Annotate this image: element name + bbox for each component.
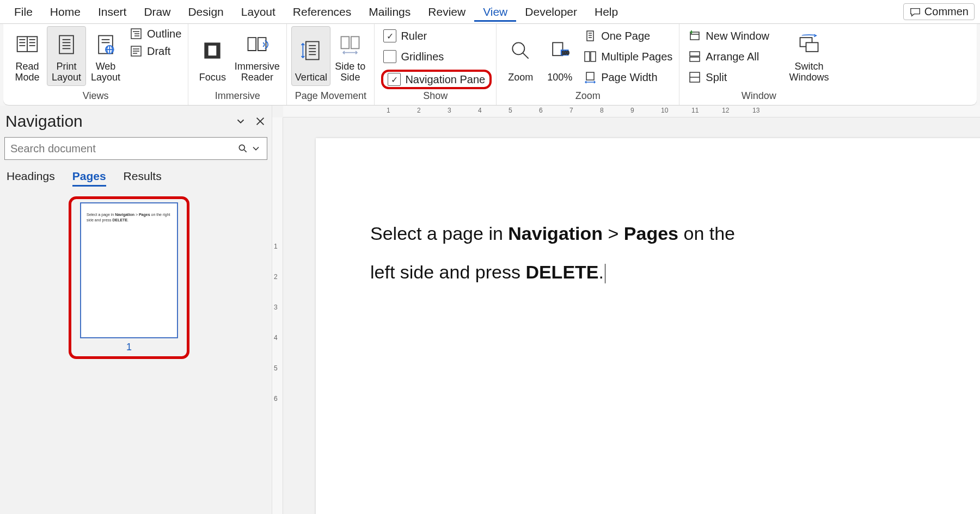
workspace: Navigation Headings Pages Results Select… (0, 106, 980, 514)
ruler-checkbox[interactable]: Ruler (381, 28, 492, 44)
tab-mailings[interactable]: Mailings (360, 2, 419, 22)
web-layout-button[interactable]: Web Layout (86, 26, 125, 86)
svg-point-34 (512, 42, 524, 54)
vertical-button[interactable]: Vertical (291, 26, 330, 86)
read-mode-button[interactable]: Read Mode (8, 26, 47, 86)
svg-point-59 (239, 145, 244, 150)
svg-text:100: 100 (562, 51, 569, 55)
print-layout-button[interactable]: Print Layout (47, 26, 86, 86)
tab-review[interactable]: Review (419, 2, 474, 22)
group-views: Read Mode Print Layout Web Layout Outlin… (3, 24, 188, 105)
web-layout-icon (94, 33, 118, 57)
svg-rect-49 (690, 57, 700, 61)
document-line-1: Select a page in Navigation > Pages on t… (370, 214, 980, 253)
new-window-button[interactable]: New Window (686, 28, 771, 44)
multiple-pages-button[interactable]: Multiple Pages (581, 49, 675, 64)
page-width-label: Page Width (601, 71, 657, 84)
outline-button[interactable]: Outline (127, 26, 183, 41)
immersive-reader-label: Immersive Reader (234, 61, 280, 83)
hundred-percent-button[interactable]: 100 100% (540, 26, 579, 86)
one-page-button[interactable]: One Page (581, 28, 675, 44)
tab-view[interactable]: View (474, 2, 516, 22)
immersive-reader-button[interactable]: Immersive Reader (232, 26, 282, 86)
split-button[interactable]: Split (686, 70, 771, 85)
split-label: Split (706, 71, 727, 84)
switch-windows-icon (797, 33, 821, 57)
horizontal-ruler[interactable]: 12345678910111213 (283, 106, 980, 117)
nav-tab-results[interactable]: Results (124, 170, 162, 187)
nav-tab-pages[interactable]: Pages (72, 170, 106, 187)
navigation-pane-checkbox[interactable]: Navigation Pane (381, 70, 492, 89)
split-icon (688, 71, 701, 84)
comments-button[interactable]: Commen (903, 3, 975, 20)
side-to-side-label: Side to Side (332, 61, 368, 83)
gridlines-check-icon (383, 50, 396, 63)
tab-developer[interactable]: Developer (516, 2, 586, 22)
svg-rect-44 (591, 52, 596, 61)
arrange-all-button[interactable]: Arrange All (686, 49, 771, 64)
tab-home[interactable]: Home (41, 2, 89, 22)
nav-tab-headings[interactable]: Headings (7, 170, 55, 187)
vertical-label: Vertical (295, 72, 327, 83)
focus-label: Focus (199, 72, 226, 83)
multiple-pages-label: Multiple Pages (601, 51, 672, 63)
web-layout-label: Web Layout (88, 61, 124, 83)
close-icon[interactable] (254, 115, 266, 127)
page-movement-group-label: Page Movement (291, 89, 370, 104)
draft-button[interactable]: Draft (127, 44, 183, 59)
one-page-label: One Page (601, 30, 650, 42)
menu-tabs: File Home Insert Draw Design Layout Refe… (0, 0, 980, 24)
chevron-down-icon[interactable] (235, 115, 247, 127)
page-thumbnail[interactable]: Select a page in Navigation > Pages on t… (80, 202, 178, 338)
gridlines-label: Gridlines (401, 51, 444, 63)
tab-file[interactable]: File (5, 2, 41, 22)
zoom-group-label: Zoom (501, 89, 675, 104)
document-line-2: left side and press DELETE. (370, 253, 980, 292)
tab-insert[interactable]: Insert (89, 2, 136, 22)
print-layout-label: Print Layout (48, 61, 84, 83)
window-group-label: Window (684, 89, 834, 104)
search-dropdown-icon[interactable] (250, 143, 261, 154)
tab-design[interactable]: Design (179, 2, 232, 22)
hundred-percent-icon: 100 (548, 39, 572, 63)
tab-draw[interactable]: Draw (135, 2, 179, 22)
vertical-icon (299, 39, 323, 63)
comment-icon (909, 6, 921, 18)
views-group-label: Views (8, 89, 183, 104)
zoom-button[interactable]: Zoom (501, 26, 540, 86)
vertical-ruler[interactable]: 123456 (272, 117, 283, 514)
zoom-label: Zoom (508, 72, 533, 83)
group-window: New Window Arrange All Split Switch Wind… (679, 24, 838, 105)
show-group-label: Show (379, 89, 492, 104)
tab-layout[interactable]: Layout (232, 2, 284, 22)
gridlines-checkbox[interactable]: Gridlines (381, 49, 492, 64)
svg-rect-48 (690, 52, 700, 56)
hundred-percent-label: 100% (547, 72, 572, 83)
svg-rect-27 (306, 41, 319, 59)
group-show: Ruler Gridlines Navigation Pane Show (375, 24, 497, 105)
search-input[interactable] (10, 143, 237, 155)
page-width-button[interactable]: Page Width (581, 70, 675, 85)
side-to-side-button[interactable]: Side to Side (330, 26, 370, 86)
print-layout-icon (54, 33, 78, 57)
nav-tabs: Headings Pages Results (4, 170, 267, 192)
read-mode-label: Read Mode (9, 61, 45, 83)
group-zoom: Zoom 100 100% One Page Multiple Pages Pa… (497, 24, 679, 105)
search-input-wrap[interactable] (4, 137, 267, 160)
tab-help[interactable]: Help (586, 2, 627, 22)
svg-rect-8 (59, 36, 74, 54)
arrange-all-icon (688, 50, 701, 63)
draft-label: Draft (147, 45, 170, 58)
search-icon[interactable] (237, 143, 248, 154)
tab-references[interactable]: References (284, 2, 360, 22)
ruler-label: Ruler (401, 30, 427, 42)
draft-icon (130, 45, 143, 58)
read-mode-icon (15, 33, 39, 57)
new-window-icon (688, 29, 701, 42)
switch-windows-button[interactable]: Switch Windows (785, 26, 834, 86)
document-page[interactable]: Select a page in Navigation > Pages on t… (316, 138, 980, 514)
svg-rect-43 (585, 52, 590, 61)
focus-icon (200, 39, 224, 63)
focus-button[interactable]: Focus (193, 26, 232, 86)
arrange-all-label: Arrange All (706, 51, 759, 63)
